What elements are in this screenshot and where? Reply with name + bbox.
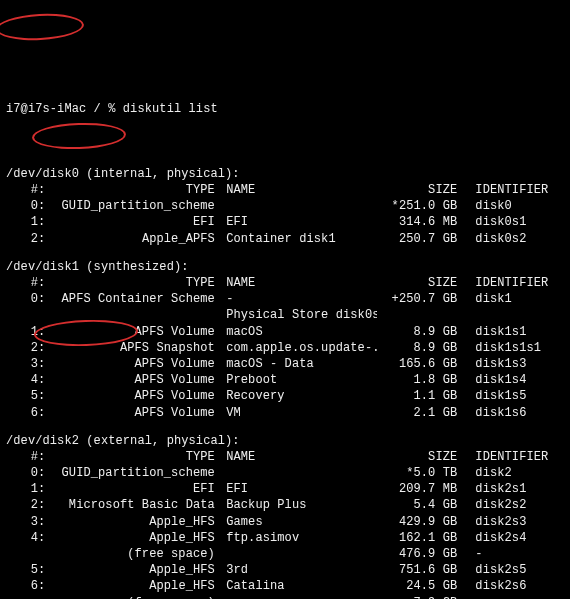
annotation-ring-disk1 — [32, 121, 127, 150]
cell-idx: 0: — [6, 198, 47, 214]
col-header-name: NAME — [219, 449, 377, 465]
cell-size: 7.9 GB — [377, 595, 462, 599]
col-header-name: NAME — [219, 275, 377, 291]
disk-header: /dev/disk0 (internal, physical): — [6, 166, 564, 182]
cell-type: (free space) — [47, 546, 218, 562]
cell-type: Apple_APFS — [47, 231, 218, 247]
cell-size: 162.1 GB — [377, 530, 462, 546]
cell-size: *251.0 GB — [377, 198, 462, 214]
cell-ident: disk2s5 — [461, 562, 564, 578]
cell-size: 24.5 GB — [377, 578, 462, 594]
cell-idx: 1: — [6, 481, 47, 497]
cell-size: 250.7 GB — [377, 231, 462, 247]
cell-name: macOS — [219, 324, 377, 340]
cell-size — [377, 307, 462, 323]
cell-type: GUID_partition_scheme — [47, 198, 218, 214]
cell-size: 1.1 GB — [377, 388, 462, 404]
cell-name: Games — [219, 514, 377, 530]
cell-ident — [461, 307, 564, 323]
disk-header: /dev/disk2 (external, physical): — [6, 433, 564, 449]
cell-size: 5.4 GB — [377, 497, 462, 513]
cell-idx: 0: — [6, 291, 47, 307]
cell-idx: 1: — [6, 324, 47, 340]
partition-row: 1:EFI EFI314.6 MBdisk0s1 — [6, 214, 564, 230]
cell-ident: disk2s2 — [461, 497, 564, 513]
col-header-ident: IDENTIFIER — [461, 449, 564, 465]
annotation-ring-disk0 — [0, 12, 85, 43]
cell-type: APFS Volume — [47, 324, 218, 340]
partition-row: 1:EFI EFI209.7 MBdisk2s1 — [6, 481, 564, 497]
partition-row: 0:GUID_partition_scheme *251.0 GBdisk0 — [6, 198, 564, 214]
section-spacer — [6, 247, 564, 259]
partition-row: Physical Store disk0s2 — [6, 307, 564, 323]
cell-idx — [6, 307, 47, 323]
cell-name: Container disk1 — [219, 231, 377, 247]
cell-size: 8.9 GB — [377, 324, 462, 340]
column-header-row: #:TYPE NAMESIZEIDENTIFIER — [6, 182, 564, 198]
col-header-name: NAME — [219, 182, 377, 198]
partition-row: 4:APFS Volume Preboot1.8 GBdisk1s4 — [6, 372, 564, 388]
cell-size: 314.6 MB — [377, 214, 462, 230]
cell-ident: disk1s5 — [461, 388, 564, 404]
cell-name: Physical Store disk0s2 — [219, 307, 377, 323]
column-header-row: #:TYPE NAMESIZEIDENTIFIER — [6, 275, 564, 291]
cell-ident: disk1 — [461, 291, 564, 307]
cell-name — [219, 465, 377, 481]
partition-row: (free space) 476.9 GB- — [6, 546, 564, 562]
partition-row: 3:Apple_HFS Games429.9 GBdisk2s3 — [6, 514, 564, 530]
cell-size: 2.1 GB — [377, 405, 462, 421]
cell-name: Preboot — [219, 372, 377, 388]
partition-row: 0:APFS Container Scheme -+250.7 GBdisk1 — [6, 291, 564, 307]
cell-ident: disk2 — [461, 465, 564, 481]
cell-ident: disk2s1 — [461, 481, 564, 497]
cell-ident: disk0s1 — [461, 214, 564, 230]
cell-idx: 2: — [6, 497, 47, 513]
cell-type: APFS Volume — [47, 405, 218, 421]
col-header-type: TYPE — [47, 275, 218, 291]
cell-name: Backup Plus — [219, 497, 377, 513]
cell-size: *5.0 TB — [377, 465, 462, 481]
cell-type: (free space) — [47, 595, 218, 599]
cell-idx — [6, 595, 47, 599]
cell-idx: 3: — [6, 356, 47, 372]
cell-idx: 0: — [6, 465, 47, 481]
cell-size: 751.6 GB — [377, 562, 462, 578]
cell-name: EFI — [219, 214, 377, 230]
col-header-ident: IDENTIFIER — [461, 275, 564, 291]
cell-size: 1.8 GB — [377, 372, 462, 388]
cell-ident: disk1s3 — [461, 356, 564, 372]
prompt-line: i7@i7s-iMac / % diskutil list — [6, 101, 564, 117]
cell-name — [219, 595, 377, 599]
partition-row: 2:Apple_APFS Container disk1250.7 GBdisk… — [6, 231, 564, 247]
cell-ident: - — [461, 546, 564, 562]
cell-name: macOS - Data — [219, 356, 377, 372]
cell-idx: 6: — [6, 578, 47, 594]
cell-idx: 4: — [6, 372, 47, 388]
partition-row: 2:Microsoft Basic Data Backup Plus5.4 GB… — [6, 497, 564, 513]
cell-type: Apple_HFS — [47, 530, 218, 546]
section-spacer — [6, 421, 564, 433]
col-header-idx: #: — [6, 275, 47, 291]
cell-ident: disk0s2 — [461, 231, 564, 247]
cell-type — [47, 307, 218, 323]
cell-idx: 2: — [6, 231, 47, 247]
cell-type: APFS Volume — [47, 356, 218, 372]
cell-size: 8.9 GB — [377, 340, 462, 356]
cell-type: Apple_HFS — [47, 578, 218, 594]
cell-name: com.apple.os.update-... — [219, 340, 377, 356]
cell-type: APFS Snapshot — [47, 340, 218, 356]
cell-size: 476.9 GB — [377, 546, 462, 562]
col-header-size: SIZE — [377, 182, 462, 198]
cell-idx: 5: — [6, 388, 47, 404]
cell-ident: disk2s3 — [461, 514, 564, 530]
cell-type: GUID_partition_scheme — [47, 465, 218, 481]
partition-row: 5:Apple_HFS 3rd751.6 GBdisk2s5 — [6, 562, 564, 578]
cell-idx: 2: — [6, 340, 47, 356]
partition-row: 6:Apple_HFS Catalina24.5 GBdisk2s6 — [6, 578, 564, 594]
cell-idx: 5: — [6, 562, 47, 578]
cell-idx — [6, 546, 47, 562]
col-header-size: SIZE — [377, 275, 462, 291]
cell-type: Apple_HFS — [47, 514, 218, 530]
cell-name: - — [219, 291, 377, 307]
cell-type: EFI — [47, 214, 218, 230]
